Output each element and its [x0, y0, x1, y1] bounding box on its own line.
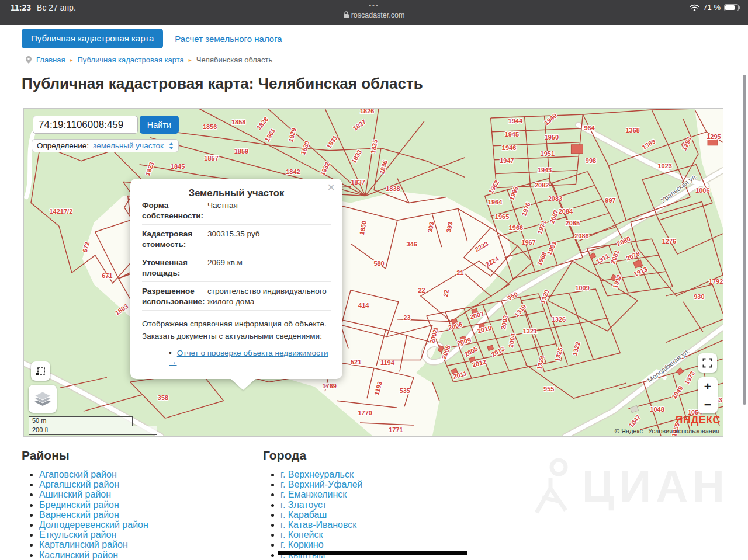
- region-link[interactable]: г. Верхнеуральск: [280, 469, 354, 479]
- list-item: г. Верхний-Уфалей: [280, 479, 497, 489]
- parcel-label: 1973: [683, 370, 696, 385]
- zoom-in-button[interactable]: +: [698, 377, 718, 395]
- list-item: Ашинский район: [39, 489, 255, 499]
- parcel-label: 2082: [535, 182, 549, 189]
- parcel-label: 1845: [171, 163, 185, 170]
- tab-land-tax-calc[interactable]: Расчет земельного налога: [175, 34, 282, 44]
- popup-rows: Форма собственности:ЧастнаяКадастровая с…: [142, 202, 331, 311]
- search-button[interactable]: Найти: [140, 116, 179, 134]
- report-link[interactable]: Отчет о проверке объекта недвижимости →: [169, 349, 328, 366]
- cadastral-number-input[interactable]: [33, 116, 138, 134]
- parcel-label: 1945: [505, 131, 519, 138]
- tab-public-cadastral-map[interactable]: Публичная кадастровая карта: [22, 29, 163, 48]
- measure-button[interactable]: [31, 361, 50, 381]
- region-link[interactable]: г. Еманжелинск: [280, 489, 347, 499]
- region-link[interactable]: г. Верхний-Уфалей: [280, 479, 363, 489]
- bullet: •: [169, 349, 172, 357]
- parcel-label: 1946: [502, 144, 516, 151]
- parcel-label: 1842: [286, 168, 300, 175]
- list-item: г. Копейск: [280, 530, 497, 540]
- region-link[interactable]: Агаповский район: [39, 469, 117, 479]
- parcel-label: 2006: [448, 321, 463, 331]
- parcel-label: 2085: [566, 220, 580, 227]
- region-link[interactable]: Аргаяшский район: [39, 479, 119, 489]
- parcel-label: 1968: [536, 251, 548, 266]
- parcel-label: 1324: [535, 355, 546, 371]
- parcel-label-layer: 1826185618581828182718611829183418301831…: [24, 109, 723, 436]
- popup-row-value: 2069 кв.м: [200, 258, 331, 278]
- yandex-logo: ЯНДЕКС: [675, 414, 721, 426]
- fullscreen-icon: [702, 358, 712, 368]
- parcel-label: 1947: [500, 157, 514, 164]
- region-link[interactable]: г. Златоуст: [280, 500, 327, 510]
- close-icon[interactable]: ×: [327, 181, 335, 194]
- region-link[interactable]: г. Коркино: [280, 540, 324, 549]
- zoom-control: + −: [698, 377, 718, 413]
- parcel-label: 930: [694, 293, 704, 300]
- cities-section: Города г. Верхнеуральскг. Верхний-Уфалей…: [263, 448, 497, 560]
- region-link[interactable]: г. Копейск: [280, 530, 323, 540]
- filter-label: Определение:: [37, 141, 89, 150]
- list-item: Еткульский район: [39, 530, 255, 540]
- parcel-label: 1962: [487, 179, 500, 194]
- street-label: Уральская ул.: [659, 172, 698, 204]
- parcel-label: 1970: [520, 201, 532, 217]
- url-text: roscadaster.com: [351, 11, 405, 19]
- breadcrumb-item[interactable]: Главная: [36, 55, 65, 64]
- parcel-label: 2081: [609, 249, 621, 265]
- parcel-label: 2224: [484, 255, 500, 269]
- zoom-out-button[interactable]: −: [698, 395, 718, 413]
- parcel-label: 950: [506, 290, 519, 302]
- cian-watermark: ЦИАН: [525, 454, 729, 517]
- parcel-label: 1047: [628, 413, 642, 429]
- fullscreen-button[interactable]: [698, 353, 717, 373]
- page-scrollbar[interactable]: [743, 75, 746, 405]
- map-attribution: © ЯндексУсловия использования: [615, 427, 719, 434]
- parcel-label: 2002: [428, 329, 439, 345]
- region-link[interactable]: г. Карабаш: [280, 510, 327, 520]
- parcel-label: 1023: [657, 162, 671, 169]
- region-link[interactable]: Карталинский район: [39, 540, 128, 549]
- region-link[interactable]: Ашинский район: [39, 489, 111, 499]
- parcel-label: 2007: [469, 310, 485, 321]
- breadcrumb-item[interactable]: Публичная кадастровая карта: [78, 55, 184, 64]
- popup-row-label: Уточненная площадь:: [142, 258, 200, 278]
- region-link[interactable]: г. Катав-Ивановск: [280, 520, 356, 530]
- layers-button[interactable]: [29, 385, 57, 413]
- parcel-label: 1829: [287, 127, 297, 142]
- parcel-label: 1964: [488, 199, 502, 206]
- parcel-label: 14217/2: [49, 208, 72, 215]
- measure-area-icon: [36, 366, 46, 376]
- region-link[interactable]: Брединский район: [39, 500, 119, 510]
- parcel-label: 2004: [507, 333, 517, 348]
- header-divider: [0, 50, 748, 50]
- layers-icon: [34, 392, 51, 406]
- parcel-label: 964: [584, 124, 594, 131]
- breadcrumb-items: Главная▸Публичная кадастровая карта▸Челя…: [36, 55, 272, 64]
- list-item: г. Златоуст: [280, 500, 497, 510]
- parcel-label: 1831: [325, 134, 339, 149]
- object-type-select[interactable]: Определение: земельный участок: [32, 139, 179, 152]
- parcel-label: 1967: [521, 239, 535, 246]
- parcel-label: 21: [456, 269, 463, 276]
- popup-pointer: [231, 379, 255, 390]
- terms-link[interactable]: Условия использования: [648, 427, 719, 434]
- scale-metric: 50 m: [29, 416, 133, 426]
- parcel-label: 1965: [495, 213, 509, 220]
- parcel-label: 1833: [350, 149, 363, 165]
- address-bar[interactable]: roscadaster.com: [0, 11, 748, 19]
- parcel-label: 1835: [369, 138, 379, 154]
- popup-note: Отображена справочная информация об объе…: [142, 318, 331, 342]
- cadastral-map[interactable]: 1826185618581828182718611829183418301831…: [23, 108, 723, 437]
- region-link[interactable]: Еткульский район: [39, 530, 116, 540]
- districts-list: Агаповский районАргаяшский районАшинский…: [22, 469, 255, 560]
- region-link[interactable]: Каслинский район: [39, 550, 118, 560]
- parcel-label: 1048: [650, 406, 664, 413]
- parcel-label: 1295: [707, 133, 721, 140]
- map-search: Найти: [33, 116, 179, 134]
- region-link[interactable]: Варненский район: [39, 510, 119, 520]
- parcel-label: 1861: [264, 127, 277, 142]
- battery-icon: [724, 4, 739, 11]
- region-link[interactable]: Долгодеревенский район: [39, 520, 148, 530]
- parcel-label: 1949: [542, 112, 557, 126]
